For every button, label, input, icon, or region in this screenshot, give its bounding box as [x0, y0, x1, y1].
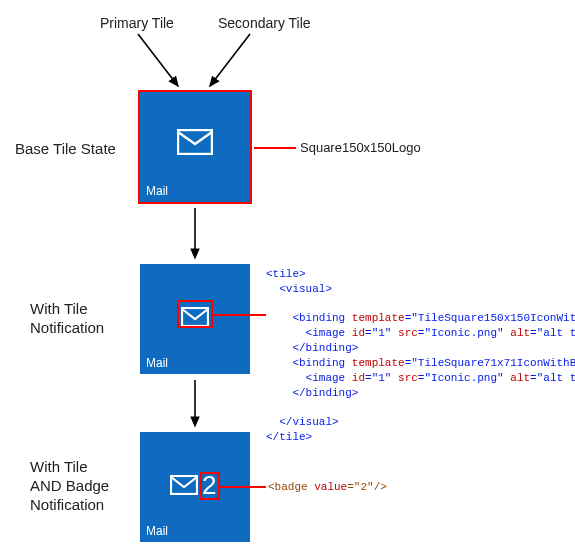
row3-label-l1: With Tile [30, 458, 109, 477]
tile-badge-label: Mail [146, 524, 168, 538]
callout-line-badge [220, 486, 266, 488]
xml: <badge [268, 481, 314, 493]
row3-label-l3: Notification [30, 496, 109, 515]
mail-icon [170, 475, 198, 495]
xml: ="2" [347, 481, 373, 493]
badge-xml-code: <badge value="2"/> [268, 480, 387, 495]
badge-value: 2 [202, 470, 216, 501]
xml: /> [374, 481, 387, 493]
row3-label-l2: AND Badge [30, 477, 109, 496]
xml: value [314, 481, 347, 493]
row3-label: With Tile AND Badge Notification [30, 458, 109, 514]
